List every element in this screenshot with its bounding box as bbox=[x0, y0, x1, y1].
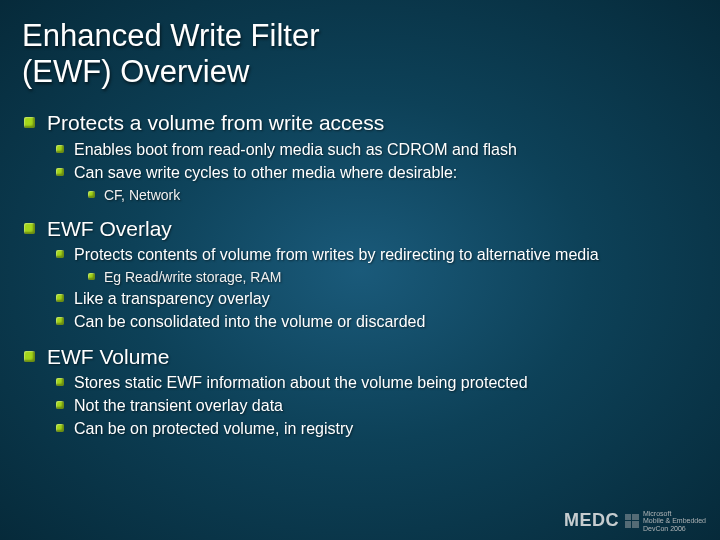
bullet-icon bbox=[56, 250, 64, 258]
title-line-2: (EWF) Overview bbox=[22, 54, 720, 90]
section-heading: EWF Overlay bbox=[24, 216, 696, 242]
bullet-icon bbox=[56, 145, 64, 153]
list-item: Can be consolidated into the volume or d… bbox=[56, 312, 696, 332]
bullet-icon bbox=[24, 351, 35, 362]
slide-title: Enhanced Write Filter (EWF) Overview bbox=[0, 0, 720, 89]
bullet-icon bbox=[56, 294, 64, 302]
bullet-icon bbox=[56, 424, 64, 432]
list-item: Not the transient overlay data bbox=[56, 396, 696, 416]
slide-body: Protects a volume from write access Enab… bbox=[0, 89, 720, 439]
footer-subline: DevCon 2006 bbox=[643, 525, 706, 532]
section-heading: EWF Volume bbox=[24, 344, 696, 370]
footer-branding: MEDC Microsoft Mobile & Embedded DevCon … bbox=[564, 510, 706, 532]
bullet-icon bbox=[24, 223, 35, 234]
bullet-icon bbox=[56, 168, 64, 176]
list-item: Protects contents of volume from writes … bbox=[56, 245, 696, 265]
section-heading: Protects a volume from write access bbox=[24, 110, 696, 136]
list-item: Stores static EWF information about the … bbox=[56, 373, 696, 393]
bullet-icon bbox=[56, 401, 64, 409]
bullet-icon bbox=[88, 191, 95, 198]
list-item: Like a transparency overlay bbox=[56, 289, 696, 309]
microsoft-squares-icon bbox=[625, 514, 639, 528]
bullet-icon bbox=[24, 117, 35, 128]
footer-subline: Microsoft bbox=[643, 510, 706, 517]
footer-subline: Mobile & Embedded bbox=[643, 517, 706, 524]
title-line-1: Enhanced Write Filter bbox=[22, 18, 720, 54]
list-subitem: CF, Network bbox=[88, 186, 696, 204]
bullet-icon bbox=[56, 317, 64, 325]
medc-logo-text: MEDC bbox=[564, 510, 619, 531]
bullet-icon bbox=[56, 378, 64, 386]
list-subitem: Eg Read/write storage, RAM bbox=[88, 268, 696, 286]
bullet-icon bbox=[88, 273, 95, 280]
list-item: Enables boot from read-only media such a… bbox=[56, 140, 696, 160]
list-item: Can be on protected volume, in registry bbox=[56, 419, 696, 439]
list-item: Can save write cycles to other media whe… bbox=[56, 163, 696, 183]
